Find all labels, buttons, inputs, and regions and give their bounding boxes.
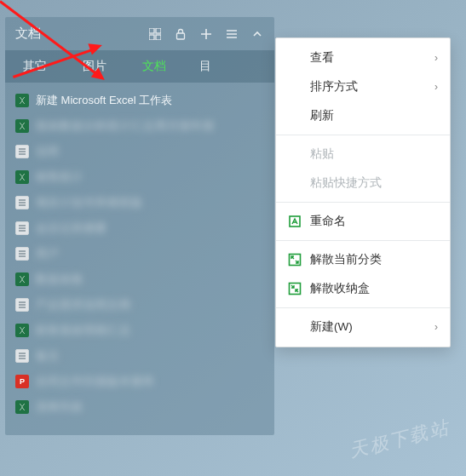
blank-icon bbox=[288, 320, 302, 334]
grid-view-icon[interactable] bbox=[148, 27, 162, 41]
svg-rect-4 bbox=[177, 33, 185, 39]
doc-file-icon bbox=[15, 145, 29, 158]
doc-file-icon bbox=[15, 247, 29, 261]
excel-file-icon bbox=[15, 400, 29, 414]
menu-item-label: 刷新 bbox=[310, 108, 438, 123]
menu-separator bbox=[276, 135, 450, 135]
menu-item-label: 排序方式 bbox=[310, 79, 426, 95]
file-row[interactable]: 用户 bbox=[12, 241, 268, 267]
file-list: 新建 Microsoft Excel 工作表报表数据分析统计汇总周月报年报说明销… bbox=[5, 83, 274, 435]
menu-separator bbox=[276, 202, 450, 203]
svg-rect-7 bbox=[290, 284, 301, 295]
blank-icon bbox=[288, 147, 302, 161]
file-row[interactable]: 报表数据分析统计汇总周月报年报 bbox=[12, 113, 268, 139]
header-icon-group bbox=[148, 27, 264, 41]
doc-file-icon bbox=[15, 298, 29, 312]
watermark: 天极下载站 bbox=[347, 415, 452, 464]
menu-item-label: 解散当前分类 bbox=[310, 252, 438, 267]
file-row[interactable]: 财务报表明细汇总 bbox=[12, 318, 268, 343]
excel-file-icon bbox=[15, 94, 29, 107]
blank-icon bbox=[288, 109, 302, 123]
doc-file-icon bbox=[15, 196, 29, 209]
menu-item-dissolve-box[interactable]: 解散收纳盒 bbox=[276, 274, 450, 303]
file-row[interactable]: 会议记录摘要 bbox=[12, 215, 268, 241]
menu-item-label: 新建(W) bbox=[310, 319, 426, 335]
file-row[interactable]: 项目计划书草稿初版 bbox=[12, 190, 268, 215]
menu-item-view[interactable]: 查看› bbox=[276, 43, 450, 72]
menu-item-label: 查看 bbox=[310, 50, 426, 66]
file-name: 销售统计 bbox=[36, 169, 83, 185]
menu-icon[interactable] bbox=[225, 27, 239, 41]
tab-partial[interactable]: 目 bbox=[184, 50, 218, 83]
collapse-icon bbox=[288, 282, 302, 295]
doc-file-icon bbox=[15, 349, 29, 363]
excel-file-icon bbox=[15, 324, 29, 337]
tab-documents[interactable]: 文档 bbox=[124, 50, 184, 83]
menu-item-rename[interactable]: 重命名 bbox=[276, 207, 450, 236]
pdf-file-icon bbox=[15, 375, 29, 388]
context-menu: 查看›排序方式›刷新粘贴粘贴快捷方式重命名解散当前分类解散收纳盒新建(W)› bbox=[275, 37, 451, 347]
file-row[interactable]: 产品需求说明文档 bbox=[12, 292, 268, 318]
file-name: 新建 Microsoft Excel 工作表 bbox=[36, 93, 172, 108]
file-name: 合同文件扫描版本最终 bbox=[36, 374, 155, 389]
file-name: 项目计划书草稿初版 bbox=[36, 195, 143, 210]
menu-item-label: 重命名 bbox=[310, 214, 438, 229]
file-name: 清单列表 bbox=[36, 399, 83, 415]
file-name: 财务报表明细汇总 bbox=[36, 323, 131, 338]
menu-item-paste-shortcut: 粘贴快捷方式 bbox=[276, 169, 450, 198]
menu-item-sort[interactable]: 排序方式› bbox=[276, 72, 450, 101]
excel-file-icon bbox=[15, 272, 29, 286]
file-row[interactable]: 合同文件扫描版本最终 bbox=[12, 369, 268, 394]
file-name: 数据表格 bbox=[36, 272, 83, 287]
menu-item-dissolve-category[interactable]: 解散当前分类 bbox=[276, 245, 450, 274]
svg-rect-0 bbox=[149, 28, 154, 33]
file-name: 报表数据分析统计汇总周月报年报 bbox=[36, 118, 215, 134]
rename-icon bbox=[288, 215, 302, 228]
menu-separator bbox=[276, 240, 450, 241]
file-row[interactable]: 销售统计 bbox=[12, 164, 268, 190]
menu-item-new[interactable]: 新建(W)› bbox=[276, 313, 450, 341]
excel-file-icon bbox=[15, 170, 29, 184]
chevron-right-icon: › bbox=[434, 321, 438, 333]
expand-icon bbox=[288, 253, 302, 267]
file-row[interactable]: 清单列表 bbox=[12, 394, 268, 420]
svg-rect-1 bbox=[156, 28, 161, 33]
file-name: 说明 bbox=[36, 144, 60, 159]
file-row[interactable]: 新建 Microsoft Excel 工作表 bbox=[12, 88, 268, 113]
menu-separator bbox=[276, 307, 450, 308]
add-icon[interactable] bbox=[199, 27, 213, 41]
file-name: 备注 bbox=[36, 348, 60, 364]
collapse-icon[interactable] bbox=[250, 27, 264, 41]
file-name: 用户 bbox=[36, 246, 60, 261]
file-name: 产品需求说明文档 bbox=[36, 297, 131, 313]
chevron-right-icon: › bbox=[434, 52, 438, 64]
chevron-right-icon: › bbox=[434, 81, 438, 93]
file-row[interactable]: 说明 bbox=[12, 139, 268, 164]
blank-icon bbox=[288, 80, 302, 94]
organizer-panel: 文档 其它 图片 文档 目 新建 Microsoft Excel 工作表报表数据… bbox=[5, 17, 274, 435]
menu-item-label: 解散收纳盒 bbox=[310, 281, 438, 296]
svg-rect-2 bbox=[149, 35, 154, 40]
excel-file-icon bbox=[15, 119, 29, 133]
lock-icon[interactable] bbox=[174, 27, 187, 41]
menu-item-refresh[interactable]: 刷新 bbox=[276, 101, 450, 130]
doc-file-icon bbox=[15, 221, 29, 235]
menu-item-label: 粘贴 bbox=[310, 146, 438, 162]
svg-rect-3 bbox=[156, 35, 161, 40]
file-name: 会议记录摘要 bbox=[36, 221, 107, 236]
file-row[interactable]: 数据表格 bbox=[12, 267, 268, 292]
menu-item-paste: 粘贴 bbox=[276, 140, 450, 169]
menu-item-label: 粘贴快捷方式 bbox=[310, 175, 438, 191]
blank-icon bbox=[288, 51, 302, 65]
file-row[interactable]: 备注 bbox=[12, 343, 268, 369]
blank-icon bbox=[288, 176, 302, 190]
